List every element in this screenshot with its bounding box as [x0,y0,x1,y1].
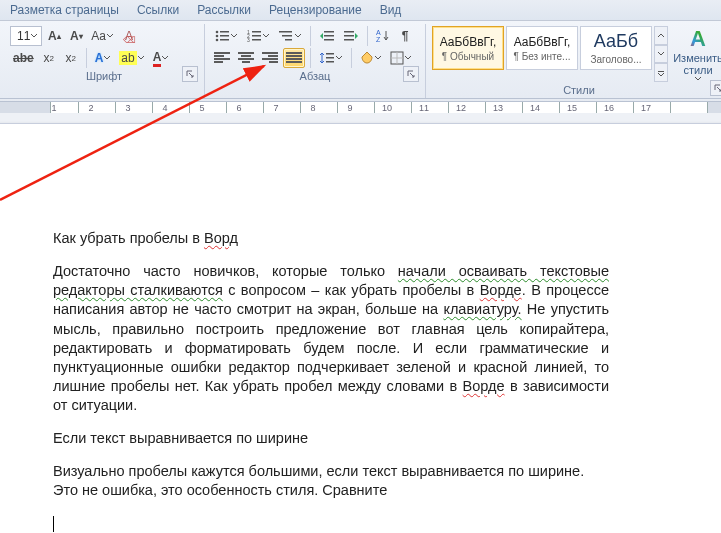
ribbon-tabs: Разметка страницы Ссылки Рассылки Реценз… [0,0,721,21]
styles-scroll-up[interactable] [654,26,668,45]
multilevel-list-button[interactable] [275,26,305,46]
doc-title: Как убрать пробелы в Ворд [53,229,609,248]
svg-point-4 [216,39,219,42]
tab-mailings[interactable]: Рассылки [197,3,251,17]
line-spacing-button[interactable] [316,48,346,68]
svg-rect-18 [344,31,354,33]
clear-formatting-button[interactable]: A⌫ [119,26,139,46]
svg-rect-17 [324,39,334,41]
svg-rect-12 [279,31,292,33]
svg-rect-11 [252,39,261,41]
shrink-font-button[interactable]: A▾ [66,26,86,46]
style-name: Заголово... [591,54,642,65]
group-paragraph-label: Абзац [211,68,419,84]
text-effects-button[interactable]: A [92,48,115,68]
increase-indent-button[interactable] [340,26,362,46]
style-preview: АаБб [594,31,638,52]
doc-empty-line [53,515,609,534]
svg-rect-13 [282,35,292,37]
decrease-indent-button[interactable] [316,26,338,46]
tab-view[interactable]: Вид [380,3,402,17]
change-styles-icon: A [690,26,706,52]
svg-rect-25 [326,61,334,63]
svg-rect-14 [285,39,292,41]
sort-button[interactable]: AZ [373,26,393,46]
grow-font-button[interactable]: A▴ [44,26,64,46]
align-justify-button[interactable] [283,48,305,68]
group-paragraph: 123 AZ ¶ [205,24,426,98]
style-tile-no-spacing[interactable]: АаБбВвГг, ¶ Без инте... [506,26,578,70]
svg-rect-7 [252,31,261,33]
doc-paragraph-2: Если текст выравнивается по ширине [53,429,609,448]
paragraph-dialog-launcher[interactable] [403,66,419,82]
show-marks-button[interactable]: ¶ [395,26,415,46]
borders-button[interactable] [387,48,415,68]
svg-rect-19 [344,35,354,37]
strikethrough-button[interactable]: abe [10,48,37,68]
align-left-button[interactable] [211,48,233,68]
style-preview: АаБбВвГг, [440,35,497,49]
svg-text:A: A [376,29,381,36]
svg-rect-23 [326,53,334,55]
tab-page-layout[interactable]: Разметка страницы [10,3,119,17]
svg-text:3: 3 [247,37,250,43]
svg-rect-20 [344,39,354,41]
bullets-button[interactable] [211,26,241,46]
change-styles-button[interactable]: A Изменить стили [670,26,721,82]
shading-button[interactable] [357,48,385,68]
group-styles: АаБбВвГг, ¶ Обычный АаБбВвГг, ¶ Без инте… [426,24,721,98]
svg-rect-24 [326,57,334,59]
styles-dialog-launcher[interactable] [710,80,721,96]
tab-review[interactable]: Рецензирование [269,3,362,17]
styles-expand[interactable] [654,63,668,82]
svg-rect-16 [324,35,334,37]
style-tile-normal[interactable]: АаБбВвГг, ¶ Обычный [432,26,504,70]
font-color-button[interactable]: A [150,48,173,68]
doc-paragraph-1: Достаточно часто новичков, которые тольк… [53,262,609,415]
superscript-button[interactable]: x2 [61,48,81,68]
doc-paragraph-3: Визуально пробелы кажутся большими, если… [53,462,609,500]
styles-scroll-down[interactable] [654,45,668,64]
styles-gallery: АаБбВвГг, ¶ Обычный АаБбВвГг, ¶ Без инте… [432,26,668,82]
chevron-down-icon [30,29,38,43]
svg-rect-5 [220,39,229,41]
document-body[interactable]: Как убрать пробелы в Ворд Достаточно час… [53,229,609,533]
svg-text:Z: Z [376,36,381,43]
style-name: ¶ Без инте... [514,51,571,62]
style-name: ¶ Обычный [442,51,494,62]
numbering-button[interactable]: 123 [243,26,273,46]
svg-point-0 [216,31,219,34]
font-dialog-launcher[interactable] [182,66,198,82]
svg-rect-29 [658,71,664,72]
font-size-combo[interactable]: 11 [10,26,42,46]
highlight-button[interactable]: ab [116,48,147,68]
align-center-button[interactable] [235,48,257,68]
svg-point-2 [216,35,219,38]
font-size-value: 11 [17,29,30,43]
style-tile-heading[interactable]: АаБб Заголово... [580,26,652,70]
style-preview: АаБбВвГг, [514,35,571,49]
subscript-button[interactable]: x2 [39,48,59,68]
change-case-button[interactable]: Aa [88,26,117,46]
svg-rect-15 [324,31,334,33]
change-styles-label: Изменить стили [670,52,721,76]
document-workspace: Как убрать пробелы в Ворд Достаточно час… [0,113,721,533]
ribbon: 11 A▴ A▾ Aa A⌫ abe x2 x2 A ab A [0,21,721,99]
align-right-button[interactable] [259,48,281,68]
group-font: 11 A▴ A▾ Aa A⌫ abe x2 x2 A ab A [4,24,205,98]
tab-references[interactable]: Ссылки [137,3,179,17]
svg-rect-3 [220,35,229,37]
group-styles-label: Стили [432,82,721,98]
svg-rect-9 [252,35,261,37]
group-font-label: Шрифт [10,68,198,84]
text-cursor [53,516,54,532]
document-page[interactable]: Как убрать пробелы в Ворд Достаточно час… [0,123,721,533]
svg-rect-1 [220,31,229,33]
styles-gallery-scroll[interactable] [654,26,668,82]
